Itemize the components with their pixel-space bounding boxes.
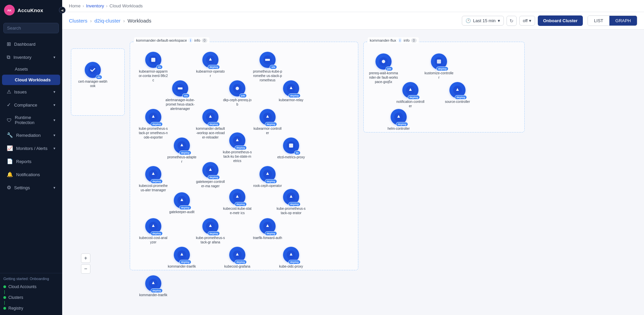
graph-area[interactable]: kommander-default-workspace i info 0 kom… — [62, 30, 644, 315]
sidebar-item-issues[interactable]: ⚠ Issues ▾ — [2, 85, 60, 98]
wl-kubecost-prom[interactable]: deploy kubecost-prometheus-aler tmanager — [138, 166, 168, 192]
sidebar-item-dashboard-label: Dashboard — [14, 42, 36, 47]
ns-flux-label: kommander-flux i info 0 — [368, 37, 419, 43]
wl-kubearmor-apparmor-label: kubearmor-apparmor-conta inerd-98c2c — [138, 69, 168, 82]
wl-traefik-forward[interactable]: deploy traefik-forward-auth — [252, 218, 283, 240]
wl-kubecost-state-badge: deploy — [235, 202, 247, 206]
sidebar-item-runtime-label: Runtime Protection — [15, 115, 50, 125]
search-input[interactable] — [3, 23, 59, 33]
sidebar-item-monitors-alerts[interactable]: 📈 Monitors / Alerts ▾ — [2, 142, 60, 155]
onboarding-clusters-label: Clusters — [8, 295, 23, 300]
wl-alertmanager[interactable]: sts alertmanager-kube-promet heus-stack-… — [165, 80, 195, 111]
sidebar-item-notifications[interactable]: 🔔 Notifications — [2, 168, 60, 181]
wl-kustomize-badge: deploy — [436, 67, 448, 71]
breadcrumb-cloud-workloads[interactable]: Cloud Workloads — [110, 3, 143, 8]
zoom-out-button[interactable]: − — [81, 264, 90, 274]
wl-prereq-wait[interactable]: job prereq-wait-kommander-de fault-works… — [368, 53, 399, 84]
list-view-button[interactable]: LIST — [588, 16, 609, 26]
page-title: Workloads — [128, 18, 152, 24]
graph-view-button[interactable]: GRAPH — [609, 16, 637, 26]
breadcrumb-home[interactable]: Home — [69, 3, 81, 8]
wl-kustomize-label: kustomize-controller — [424, 71, 454, 80]
wl-kube-prom-op[interactable]: deploy kube-prometheus-stack-op erator — [276, 189, 306, 215]
refresh-button[interactable]: ↻ — [507, 16, 517, 26]
wl-kubearmor-relay-label: kubearmor-relay — [279, 98, 304, 102]
wl-kube-state[interactable]: deploy kube-prometheus-stack-ku be-state… — [222, 132, 252, 163]
breadcrumb-sep-2: › — [106, 3, 108, 8]
cloud-accounts-dot — [3, 285, 6, 288]
toolbar-right: 🕐 Last 15 min ▾ ↻ off ▾ Onboard Cluster — [462, 15, 583, 26]
wl-dkp-ceph[interactable]: job dkp-ceph-prereq-job — [222, 80, 252, 107]
wl-kubearmor-relay[interactable]: deploy kubearmor-relay — [276, 80, 306, 102]
wl-gatekeeper-ctrl[interactable]: deploy gatekeeper-controller-ma nager — [195, 162, 226, 188]
sidebar-item-cloud-workloads[interactable]: Cloud Workloads — [2, 75, 60, 85]
settings-chevron-icon: ▾ — [53, 186, 55, 190]
sidebar-item-remediation[interactable]: 🔧 Remediation ▾ — [2, 129, 60, 142]
wl-kustomize[interactable]: deploy kustomize-controller — [424, 53, 454, 80]
wl-kommander-traefik2-icon: deploy — [145, 275, 161, 291]
wl-kubearmor-apparmor[interactable]: ds kubearmor-apparmor-conta inerd-98c2c — [138, 52, 168, 82]
onboarding-clusters[interactable]: Clusters — [3, 294, 59, 301]
wl-prometheus-kube[interactable]: sts prometheus-kube-promethe us-stack-pr… — [252, 52, 283, 82]
wl-kube-grafana-badge: deploy — [208, 231, 220, 236]
wl-kubecost-grafana[interactable]: deploy kubecost-grafana — [222, 247, 252, 269]
sidebar-item-assets[interactable]: Assets — [2, 64, 60, 74]
wl-traefik-forward-icon: deploy — [259, 218, 276, 234]
wl-kommander-reloader[interactable]: deploy kommander-default-worksp ace-relo… — [195, 109, 226, 140]
sidebar-item-compliance[interactable]: ✓ Compliance ▾ — [2, 99, 60, 111]
wl-helm-ctrl[interactable]: deploy helm-controller — [384, 109, 414, 131]
wl-gatekeeper-audit[interactable]: deploy gatekeeper-audit — [167, 192, 197, 214]
wl-kube-prom-node[interactable]: deploy kube-prometheus-stack-pr ometheus… — [138, 109, 168, 140]
registry-dot — [3, 307, 6, 310]
onboarding-cloud-accounts[interactable]: Cloud Accounts — [3, 283, 59, 290]
time-chevron-icon: ▾ — [498, 18, 500, 23]
wl-kubearmor-controller[interactable]: deploy kubearmor-controller — [252, 109, 283, 135]
wl-kubecost-prom-label: kubecost-prometheus-aler tmanager — [138, 184, 168, 192]
wl-kubecost-prom-badge: deploy — [151, 179, 163, 184]
sidebar-item-reports[interactable]: 📄 Reports — [2, 155, 60, 168]
wl-kustomize-icon: deploy — [431, 53, 447, 70]
sidebar-item-settings[interactable]: ⚙ Settings ▾ — [2, 181, 60, 194]
off-selector[interactable]: off ▾ — [519, 16, 535, 26]
wl-kube-state-icon: deploy — [229, 132, 245, 149]
wl-kubecost-grafana-label: kubecost-grafana — [224, 264, 250, 269]
cluster-name-link[interactable]: d2iq-cluster — [94, 18, 121, 24]
onboarding-title: Getting started: Onboarding — [3, 277, 59, 281]
wl-kube-oidc[interactable]: deploy kube-oidc-proxy — [276, 247, 306, 269]
onboard-cluster-button[interactable]: Onboard Cluster — [538, 15, 583, 26]
sidebar-collapse-button[interactable]: ◀ — [59, 7, 66, 13]
sidebar-item-inventory[interactable]: ⧉ Inventory ▾ — [2, 51, 60, 64]
wl-kubecost-cost[interactable]: deploy kubecost-cost-analyzer — [138, 218, 168, 244]
clusters-breadcrumb-link[interactable]: Clusters — [69, 18, 87, 24]
sidebar-item-dashboard[interactable]: ⊞ Dashboard — [2, 38, 60, 50]
wl-cert-manager-webhook[interactable]: ds cert-manager-webhook — [78, 62, 108, 88]
wl-kommander-traefik2-badge: deploy — [151, 288, 163, 293]
wl-kubecost-state[interactable]: deploy kubecost-kube-state-metr ics — [222, 189, 252, 215]
wl-kube-prom-node-badge: deploy — [151, 122, 163, 126]
wl-kube-grafana[interactable]: deploy kube-prometheus-stack-gr afana — [195, 218, 226, 244]
onboarding-registry[interactable]: Registry — [3, 305, 59, 312]
wl-source-ctrl[interactable]: deploy source-controller — [442, 82, 473, 104]
breadcrumb-inventory[interactable]: Inventory — [86, 3, 104, 8]
wl-kubearmor-operator[interactable]: deploy kubearmor-operator — [195, 52, 226, 78]
logo-area: AK AccuKnox — [0, 0, 62, 20]
sidebar-item-runtime-protection[interactable]: 🛡 Runtime Protection ▾ — [2, 112, 60, 128]
wl-gatekeeper-audit-label: gatekeeper-audit — [169, 210, 194, 214]
wl-notification-ctrl[interactable]: deploy notification-controller — [395, 82, 426, 108]
wl-prereq-wait-label: prereq-wait-kommander-de fault-workspace… — [369, 71, 398, 84]
wl-kommander-traefik-badge: deploy — [179, 260, 191, 264]
wl-etcd-metrics[interactable]: ds etcd-metrics-proxy — [276, 137, 306, 159]
wl-kubecost-state-icon: deploy — [229, 189, 245, 205]
wl-kube-state-badge: deploy — [235, 146, 247, 150]
wl-prometheus-adapter[interactable]: deploy prometheus-adapter — [167, 137, 197, 164]
wl-kommander-traefik[interactable]: deploy kommander-traefik — [167, 247, 197, 269]
wl-rook-ceph[interactable]: deploy rook-ceph-operator — [252, 166, 283, 188]
svg-rect-9 — [178, 87, 183, 89]
sidebar-item-inventory-label: Inventory — [13, 55, 31, 60]
zoom-in-button[interactable]: + — [81, 253, 90, 263]
wl-kommander-traefik2[interactable]: deploy kommander-traefik — [138, 275, 168, 297]
off-label: off — [523, 18, 528, 23]
wl-gatekeeper-ctrl-label: gatekeeper-controller-ma nager — [196, 180, 225, 188]
wl-cert-manager-badge: ds — [96, 75, 102, 79]
time-selector[interactable]: 🕐 Last 15 min ▾ — [462, 16, 504, 26]
